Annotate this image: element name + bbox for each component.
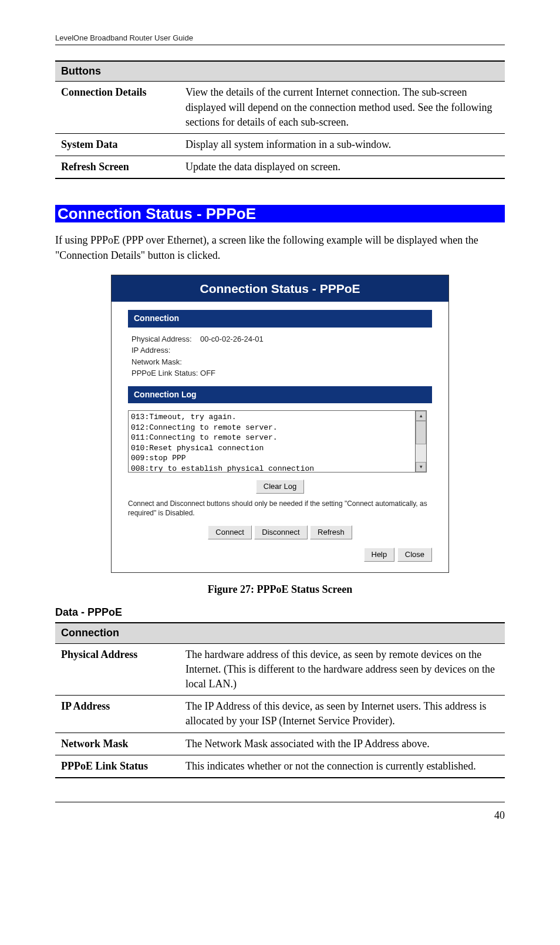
row-desc: The IP Address of this device, as seen b… [180, 696, 505, 732]
row-desc: View the details of the current Internet… [180, 82, 505, 133]
table-row: Physical Address The hardware address of… [55, 644, 505, 696]
row-label: IP Address [55, 696, 180, 732]
table-row: System Data Display all system informati… [55, 134, 505, 156]
table-row: PPPoE Link Status This indicates whether… [55, 755, 505, 777]
log-container: ▴ ▾ [128, 410, 432, 473]
physical-address-label: Physical Address: [131, 335, 192, 343]
row-label: System Data [55, 134, 180, 156]
connect-buttons-row: Connect Disconnect Refresh [128, 524, 432, 539]
buttons-table: Buttons Connection Details View the deta… [55, 60, 505, 179]
table-row: Network Mask The Network Mask associated… [55, 733, 505, 755]
connection-log-panel-header: Connection Log [128, 386, 432, 404]
connection-table-header: Connection [55, 623, 505, 643]
row-desc: Display all system information in a sub-… [180, 134, 505, 156]
connection-log-textarea[interactable] [128, 410, 416, 473]
row-desc: The Network Mask associated with the IP … [180, 733, 505, 755]
log-scrollbar[interactable]: ▴ ▾ [416, 410, 427, 473]
row-desc: This indicates whether or not the connec… [180, 755, 505, 777]
help-button[interactable]: Help [364, 548, 395, 562]
connect-note: Connect and Disconnect buttons should on… [128, 500, 432, 518]
row-label: Connection Details [55, 82, 180, 133]
row-label: PPPoE Link Status [55, 755, 180, 777]
page-header: LevelOne Broadband Router User Guide [55, 33, 505, 45]
pppoe-link-status-label: PPPoE Link Status: OFF [131, 367, 429, 379]
connection-data-table: Connection Physical Address The hardware… [55, 622, 505, 778]
connect-button[interactable]: Connect [208, 525, 251, 539]
connection-panel-header: Connection [128, 310, 432, 328]
scroll-thumb[interactable] [416, 421, 426, 444]
refresh-button[interactable]: Refresh [310, 525, 352, 539]
figure-caption: Figure 27: PPPoE Status Screen [55, 582, 505, 597]
section-banner-bar: Connection Status - PPPoE [55, 205, 505, 222]
buttons-table-header: Buttons [55, 62, 505, 82]
page-number: 40 [494, 809, 505, 821]
clear-log-row: Clear Log [128, 478, 432, 494]
scroll-up-icon[interactable]: ▴ [416, 411, 426, 421]
disconnect-button[interactable]: Disconnect [254, 525, 307, 539]
data-pppoe-heading: Data - PPPoE [55, 605, 505, 620]
physical-address-value: 00-c0-02-26-24-01 [200, 335, 264, 343]
row-label: Physical Address [55, 644, 180, 696]
clear-log-button[interactable]: Clear Log [256, 480, 304, 494]
intro-paragraph: If using PPPoE (PPP over Ethernet), a sc… [55, 233, 505, 262]
table-row: Refresh Screen Update the data displayed… [55, 156, 505, 178]
scroll-down-icon[interactable]: ▾ [416, 462, 426, 472]
row-label: Refresh Screen [55, 156, 180, 178]
help-close-row: Help Close [128, 546, 432, 562]
dialog-title: Connection Status - PPPoE [112, 275, 448, 302]
network-mask-label: Network Mask: [131, 356, 429, 368]
table-row: Connection Details View the details of t… [55, 82, 505, 134]
page-footer: 40 [55, 802, 505, 823]
row-desc: Update the data displayed on screen. [180, 156, 505, 178]
figure-container: Connection Status - PPPoE Connection Phy… [55, 275, 505, 573]
close-button[interactable]: Close [397, 548, 432, 562]
table-row: IP Address The IP Address of this device… [55, 696, 505, 733]
ip-address-label: IP Address: [131, 345, 429, 356]
row-label: Network Mask [55, 733, 180, 755]
row-desc: The hardware address of this device, as … [180, 644, 505, 696]
section-banner: Connection Status - PPPoE [55, 203, 258, 224]
connection-panel-body: Physical Address: 00-c0-02-26-24-01 IP A… [128, 328, 432, 386]
pppoe-status-dialog: Connection Status - PPPoE Connection Phy… [111, 275, 449, 573]
